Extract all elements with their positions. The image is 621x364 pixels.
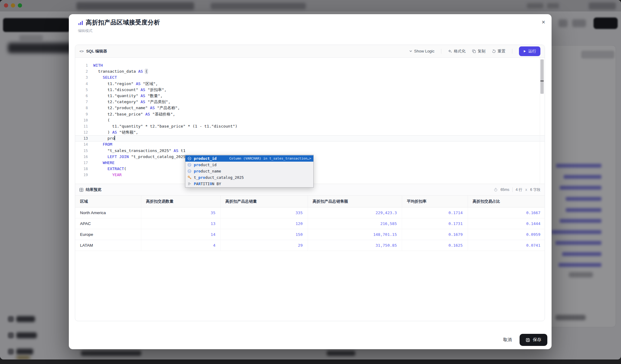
column-header: 高折扣交易数量: [141, 196, 220, 207]
results-title: 结果预览: [86, 187, 101, 192]
column-icon: [187, 169, 192, 173]
play-icon: [523, 50, 526, 53]
modal-title: 高折扣产品区域接受度分析: [86, 18, 160, 27]
table-icon: [187, 176, 192, 179]
code-line[interactable]: 9 t2."base_price" AS "基础价格",: [75, 111, 545, 117]
results-table: 区域高折扣交易数量高折扣产品总销量高折扣产品总销售额平均折扣率高折扣交易占比 N…: [75, 196, 545, 251]
region-cell: LATAM: [75, 240, 141, 251]
value-cell: 216,585: [308, 218, 402, 229]
table-row[interactable]: Europe14150148,701.150.16790.0959: [75, 229, 545, 240]
format-button[interactable]: 格式化: [448, 49, 466, 54]
save-icon: [526, 338, 530, 342]
stopwatch-icon: [494, 188, 498, 191]
value-cell: 0.1679: [402, 229, 468, 240]
modal-footer: 取消 保存: [503, 334, 547, 346]
code-line[interactable]: 3 SELECT: [75, 74, 545, 81]
reset-icon: [492, 49, 496, 53]
autocomplete-item[interactable]: product_idColumn (VARCHAR) in t_sales_tr…: [185, 155, 313, 162]
value-cell: 150: [220, 229, 308, 240]
autocomplete-popup: product_idColumn (VARCHAR) in t_sales_tr…: [185, 155, 314, 188]
results-table-header-row: 区域高折扣交易数量高折扣产品总销量高折扣产品总销售额平均折扣率高折扣交易占比: [75, 196, 545, 207]
value-cell: 0.1731: [402, 218, 468, 229]
code-line[interactable]: 6 t1."quantity" AS "数量",: [75, 93, 545, 99]
value-cell: 0.1667: [468, 207, 545, 218]
table-row[interactable]: APAC13120216,5850.17310.1444: [75, 218, 545, 229]
code-line[interactable]: 2 transaction_data AS (: [75, 68, 545, 74]
copy-icon: [472, 49, 476, 53]
code-line[interactable]: 5 t1."discount" AS "折扣率",: [75, 87, 545, 93]
value-cell: 0.1714: [402, 207, 468, 218]
sql-editor-header: <> SQL 编辑器 Show Logic 格式化: [75, 45, 545, 58]
cancel-button[interactable]: 取消: [503, 337, 512, 343]
value-cell: 335: [220, 207, 308, 218]
close-icon[interactable]: ×: [539, 17, 548, 27]
region-cell: North America: [75, 207, 141, 218]
row-count: 4 行: [516, 187, 522, 192]
code-line[interactable]: 7 t2."category" AS "产品类别",: [75, 99, 545, 105]
column-header: 高折扣交易占比: [468, 196, 545, 207]
code-line[interactable]: 11 t1."quantity" * t2."base_price" * (1 …: [75, 123, 545, 129]
mode-label: 编辑模式: [78, 28, 92, 33]
value-cell: 229,423.3: [308, 207, 402, 218]
run-button[interactable]: 运行: [519, 46, 540, 56]
value-cell: 14: [141, 229, 220, 240]
autocomplete-detail: Column (VARCHAR) in t_sales_transaction……: [229, 157, 311, 160]
code-icon: <>: [79, 49, 84, 53]
results-table-body: North America35335229,423.30.17140.1667A…: [75, 207, 545, 251]
save-button[interactable]: 保存: [520, 334, 547, 346]
table-row[interactable]: North America35335229,423.30.17140.1667: [75, 207, 545, 218]
editor-results-card: <> SQL 编辑器 Show Logic 格式化: [75, 45, 545, 321]
sql-editor-title: SQL 编辑器: [86, 49, 107, 54]
chart-edit-modal: 高折扣产品区域接受度分析 编辑模式 × <> SQL 编辑器 Show Logi…: [69, 14, 552, 349]
bar-chart-icon: [78, 20, 83, 26]
value-cell: 148,701.15: [308, 229, 402, 240]
value-cell: 35: [141, 207, 220, 218]
code-line[interactable]: 15 "t_sales_transactions_2025" AS t1: [75, 148, 545, 154]
column-icon: [187, 157, 192, 160]
scrollbar-track: [540, 58, 540, 184]
value-cell: 29: [220, 240, 308, 251]
autocomplete-item[interactable]: product_id: [185, 162, 313, 168]
table-row[interactable]: LATAM42931,750.850.16250.0741: [75, 240, 545, 251]
toolbar-divider: [512, 49, 512, 54]
autocomplete-item[interactable]: t_product_catalog_2025: [185, 174, 313, 181]
value-cell: 0.0741: [468, 240, 545, 251]
text-caret: [114, 136, 115, 140]
region-cell: APAC: [75, 218, 141, 229]
value-cell: 0.1444: [468, 218, 545, 229]
code-line[interactable]: 10 (: [75, 117, 545, 123]
value-cell: 0.0959: [468, 229, 545, 240]
keyword-icon: [187, 182, 192, 186]
copy-button[interactable]: 复制: [472, 49, 485, 54]
value-cell: 4: [141, 240, 220, 251]
meta-divider: [512, 187, 513, 192]
autocomplete-item[interactable]: product_name: [185, 168, 313, 174]
value-cell: 0.1625: [402, 240, 468, 251]
value-cell: 13: [141, 218, 220, 229]
code-line[interactable]: 12 ) AS "销售额",: [75, 129, 545, 135]
code-line[interactable]: 1WITH: [75, 62, 545, 68]
column-header: 平均折扣率: [402, 196, 468, 207]
scrollbar-thumb[interactable]: [540, 59, 544, 94]
reset-button[interactable]: 重置: [492, 49, 505, 54]
sparkle-icon: [448, 49, 452, 53]
code-line[interactable]: 4 t1."region" AS "区域",: [75, 81, 545, 87]
code-line[interactable]: 8 t2."product_name" AS "产品名称",: [75, 105, 545, 111]
code-line[interactable]: 14 FROM: [75, 141, 545, 147]
autocomplete-item[interactable]: PARTITION BY: [185, 181, 313, 187]
times-glyph: x: [525, 188, 527, 192]
toolbar-divider: [441, 49, 441, 54]
column-icon: [187, 163, 192, 167]
code-line[interactable]: 13 pro: [75, 135, 545, 141]
column-header: 区域: [75, 196, 141, 207]
query-duration: 65ms: [501, 188, 509, 192]
grid-icon: [79, 188, 83, 192]
column-header: 高折扣产品总销量: [220, 196, 308, 207]
value-cell: 31,750.85: [308, 240, 402, 251]
show-logic-button[interactable]: Show Logic: [409, 49, 434, 53]
column-header: 高折扣产品总销售额: [308, 196, 402, 207]
region-cell: Europe: [75, 229, 141, 240]
value-cell: 120: [220, 218, 308, 229]
field-count: 6 字段: [530, 187, 540, 192]
chevron-down-icon: [409, 49, 412, 53]
